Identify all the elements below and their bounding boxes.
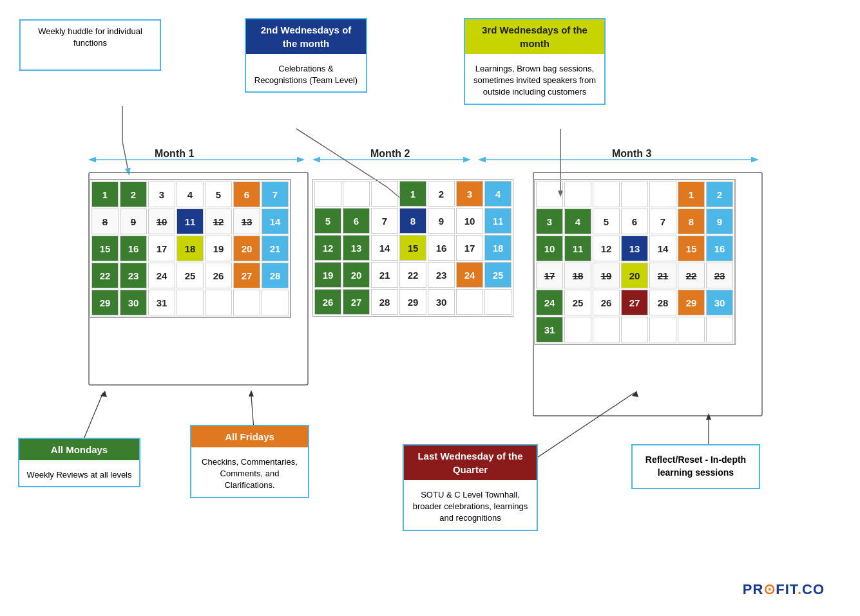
m2-d17: 17	[456, 235, 483, 261]
calendar-month1: 1 2 3 4 5 6 7 8 9 10 11 12 13 14 15 16 1…	[89, 179, 291, 318]
m1-d7: 7	[262, 182, 289, 207]
3rd-wed-title: 3rd Wednesdays of the month	[465, 19, 604, 54]
m1-d28: 28	[262, 263, 289, 288]
m3-d22: 22	[678, 263, 705, 288]
m2-d20: 20	[343, 262, 370, 288]
month2-label: Month 2	[370, 148, 410, 160]
svg-marker-10	[249, 390, 254, 397]
calendar-month3: 1 2 3 4 5 6 7 8 9 10 11 12 13 14 15 16 1…	[533, 179, 736, 345]
m1-d10: 10	[148, 209, 175, 234]
m1-d15: 15	[91, 236, 119, 261]
reflect-reset-text: Reflect/Reset - In-depth learning sessio…	[640, 454, 751, 479]
reflect-reset-callout: Reflect/Reset - In-depth learning sessio…	[631, 444, 760, 489]
m3-d16: 16	[706, 236, 733, 261]
m1-d8: 8	[91, 209, 119, 234]
m1-d24: 24	[148, 263, 175, 288]
m2-d12: 12	[314, 235, 341, 261]
weekly-huddle-text: Weekly huddle for individual functions	[38, 26, 142, 48]
m2-d6: 6	[343, 208, 370, 234]
svg-marker-14	[706, 413, 711, 420]
m3-d13: 13	[621, 236, 648, 261]
m2-d19: 19	[314, 262, 341, 288]
month1-row3: 15 16 17 18 19 20 21	[91, 236, 289, 261]
m2-d25: 25	[484, 262, 511, 288]
2nd-wed-title: 2nd Wednesdays of the month	[246, 19, 366, 54]
m2-d8: 8	[399, 208, 426, 234]
m3-d5: 5	[593, 209, 620, 234]
m3-d20: 20	[621, 263, 648, 288]
m2-d7: 7	[371, 208, 398, 234]
last-wed-title: Last Wednesday of the Quarter	[404, 445, 537, 480]
m2-d18: 18	[484, 235, 511, 261]
m1-d22: 22	[91, 263, 119, 288]
m2-d13: 13	[343, 235, 370, 261]
3rd-wednesdays-callout: 3rd Wednesdays of the month Learnings, B…	[464, 18, 606, 105]
m3-d11: 11	[564, 236, 591, 261]
m1-d29: 29	[91, 290, 119, 315]
m1-d20: 20	[233, 236, 260, 261]
main-container: Weekly huddle for individual functions 2…	[0, 0, 860, 616]
m3-d23: 23	[706, 263, 733, 288]
m2-d24: 24	[456, 262, 483, 288]
all-mondays-callout: All Mondays Weekly Reviews at all levels	[18, 438, 140, 487]
all-fridays-title: All Fridays	[191, 426, 308, 447]
m3-d27: 27	[621, 290, 648, 315]
m2-d26: 26	[314, 289, 341, 315]
m1-d6: 6	[233, 182, 260, 207]
m1-d26: 26	[205, 263, 232, 288]
m1-d11: 11	[177, 209, 204, 234]
m3-d19: 19	[593, 263, 620, 288]
m3-d31: 31	[536, 317, 563, 342]
month3-label: Month 3	[612, 148, 651, 160]
m3-d14: 14	[649, 236, 676, 261]
m1-d18: 18	[177, 236, 204, 261]
month1-label: Month 1	[155, 148, 194, 160]
svg-marker-12	[632, 391, 638, 397]
m1-d23: 23	[120, 263, 147, 288]
m3-d15: 15	[678, 236, 705, 261]
m1-d30: 30	[120, 290, 147, 315]
m3-d8: 8	[678, 209, 705, 234]
m3-d2: 2	[706, 182, 733, 207]
m1-d9: 9	[120, 209, 147, 234]
m2-d2: 2	[428, 181, 455, 207]
m1-d5: 5	[205, 182, 232, 207]
m2-d27: 27	[343, 289, 370, 315]
month3-row4: 24 25 26 27 28 29 30	[536, 290, 733, 315]
month3-row3: 17 18 19 20 21 22 23	[536, 263, 733, 288]
m3-d25: 25	[564, 290, 591, 315]
2nd-wed-body: Celebrations & Recognistions (Team Level…	[246, 58, 366, 91]
m2-d5: 5	[314, 208, 341, 234]
m2-d16: 16	[428, 235, 455, 261]
m3-d21: 21	[649, 263, 676, 288]
m3-d29: 29	[678, 290, 705, 315]
m3-d9: 9	[706, 209, 733, 234]
month1-row4: 22 23 24 25 26 27 28	[91, 263, 289, 288]
weekly-huddle-callout: Weekly huddle for individual functions	[19, 19, 161, 71]
m2-d9: 9	[428, 208, 455, 234]
last-wednesday-callout: Last Wednesday of the Quarter SOTU & C L…	[403, 444, 538, 531]
m3-d3: 3	[536, 209, 563, 234]
m3-d12: 12	[593, 236, 620, 261]
m2-d29: 29	[399, 289, 426, 315]
m2-d28: 28	[371, 289, 398, 315]
month2-row1: 5 6 7 8 9 10 11	[314, 208, 511, 234]
3rd-wed-body: Learnings, Brown bag sessions, sometimes…	[465, 58, 604, 104]
m1-d17: 17	[148, 236, 175, 261]
m3-d1: 1	[678, 182, 705, 207]
month1-row1: 1 2 3 4 5 6 7	[91, 182, 289, 207]
last-wed-body: SOTU & C Level Townhall, broader celebra…	[404, 484, 537, 530]
m1-d27: 27	[233, 263, 260, 288]
all-mondays-body: Weekly Reviews at all levels	[19, 464, 139, 486]
m2-d3: 3	[456, 181, 483, 207]
month1-row5: 29 30 31	[91, 290, 289, 315]
m2-d15: 15	[399, 235, 426, 261]
logo-dot: .	[798, 581, 802, 597]
m3-d6: 6	[621, 209, 648, 234]
month3-row2: 10 11 12 13 14 15 16	[536, 236, 733, 261]
m1-d4: 4	[177, 182, 204, 207]
m1-d25: 25	[177, 263, 204, 288]
2nd-wednesdays-callout: 2nd Wednesdays of the month Celebrations…	[245, 18, 367, 93]
m3-d10: 10	[536, 236, 563, 261]
m2-d22: 22	[399, 262, 426, 288]
